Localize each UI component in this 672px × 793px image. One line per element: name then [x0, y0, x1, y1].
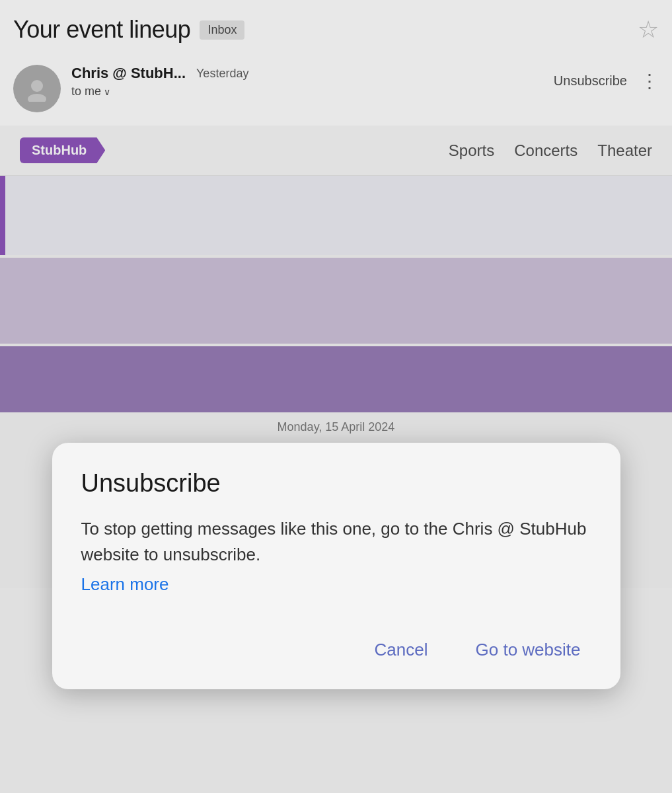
- sender-row: Chris @ StubH... Yesterday to me ∨ Unsub…: [0, 54, 672, 126]
- email-title-row: Your event lineup Inbox: [13, 16, 244, 44]
- sender-time: Yesterday: [196, 67, 248, 81]
- sender-name: Chris @ StubH...: [71, 65, 186, 82]
- avatar: [13, 65, 61, 112]
- avatar-person-icon: [24, 75, 50, 102]
- more-options-icon[interactable]: ⋮: [640, 70, 659, 92]
- to-me-label: to me: [71, 85, 101, 98]
- email-header: Your event lineup Inbox ☆: [0, 0, 672, 54]
- dialog-body: To stop getting messages like this one, …: [81, 516, 591, 568]
- cancel-button[interactable]: Cancel: [364, 634, 439, 665]
- star-icon[interactable]: ☆: [638, 16, 659, 44]
- unsubscribe-header-button[interactable]: Unsubscribe: [554, 73, 627, 89]
- dialog-title: Unsubscribe: [81, 469, 591, 498]
- svg-point-1: [28, 94, 46, 102]
- email-title: Your event lineup: [13, 16, 190, 44]
- go-to-website-button[interactable]: Go to website: [465, 634, 591, 665]
- dialog-actions: Cancel Go to website: [81, 634, 591, 665]
- svg-point-0: [31, 80, 43, 92]
- sender-name-row: Chris @ StubH... Yesterday: [71, 65, 543, 82]
- learn-more-link[interactable]: Learn more: [81, 574, 169, 595]
- to-me-row[interactable]: to me ∨: [71, 85, 543, 98]
- sender-info: Chris @ StubH... Yesterday to me ∨: [71, 65, 543, 98]
- unsubscribe-dialog: Unsubscribe To stop getting messages lik…: [52, 443, 620, 689]
- email-body: StubHub Sports Concerts Theater Monday, …: [0, 126, 672, 588]
- inbox-badge: Inbox: [200, 20, 244, 40]
- chevron-down-icon: ∨: [104, 87, 110, 97]
- sender-actions: Unsubscribe ⋮: [554, 65, 659, 92]
